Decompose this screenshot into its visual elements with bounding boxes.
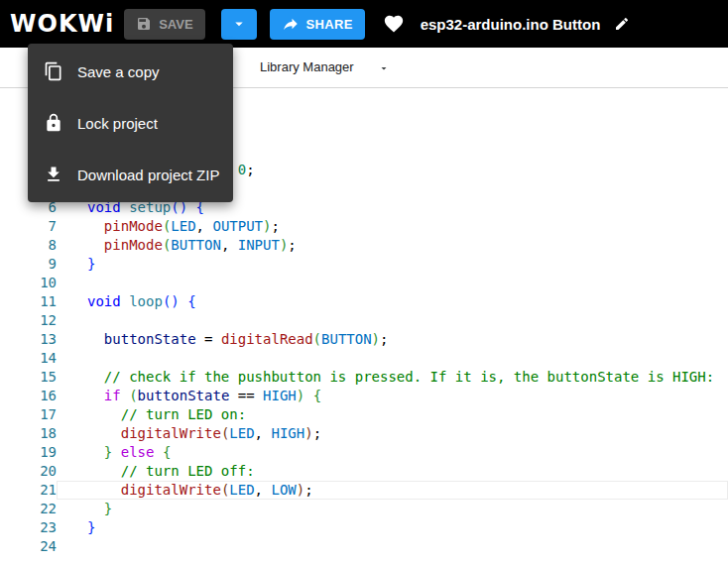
code-line-9[interactable]: 9}: [0, 255, 728, 274]
code-line-11[interactable]: 11void loop() {: [0, 292, 728, 311]
code-text: }: [57, 500, 728, 518]
share-icon: [282, 15, 300, 33]
line-number: 11: [0, 292, 57, 311]
menu-item-label: Download project ZIP: [77, 167, 219, 183]
code-line-18[interactable]: 18 digitalWrite(LED, HIGH);: [0, 424, 728, 443]
wokwi-app: WOKWi SAVE SHARE esp32-arduino.ino Butto…: [0, 0, 728, 564]
code-line-22[interactable]: 22 }: [0, 500, 728, 518]
code-line-10[interactable]: 10: [0, 274, 728, 292]
wokwi-logo[interactable]: WOKWi: [10, 10, 114, 38]
code-text: }: [57, 518, 728, 537]
code-line-20[interactable]: 20 // turn LED off:: [0, 462, 728, 481]
heart-icon[interactable]: [383, 13, 405, 35]
code-text: digitalWrite(LED, LOW);: [57, 481, 728, 500]
edit-title-pencil-icon[interactable]: [614, 16, 630, 32]
code-line-8[interactable]: 8 pinMode(BUTTON, INPUT);: [0, 236, 728, 255]
share-button[interactable]: SHARE: [270, 9, 365, 40]
line-number: 14: [0, 349, 57, 368]
code-line-12[interactable]: 12: [0, 311, 728, 330]
save-button-label: SAVE: [159, 17, 192, 32]
line-number: 7: [0, 217, 57, 236]
line-number: 15: [0, 368, 57, 387]
save-menu-caret-button[interactable]: [221, 9, 257, 40]
code-line-21[interactable]: 21 digitalWrite(LED, LOW);: [0, 481, 728, 500]
code-line-17[interactable]: 17 // turn LED on:: [0, 405, 728, 424]
tabs-dropdown-caret-icon[interactable]: [378, 62, 390, 74]
copy-icon: [44, 61, 63, 81]
code-line-24[interactable]: 24: [0, 537, 728, 556]
code-text: }: [57, 255, 728, 274]
code-text: pinMode(LED, OUTPUT);: [57, 217, 728, 236]
tab-library-manager[interactable]: Library Manager: [260, 48, 354, 87]
line-number: 24: [0, 537, 57, 556]
code-text: [57, 274, 728, 292]
save-icon: [136, 16, 152, 32]
code-line-7[interactable]: 7 pinMode(LED, OUTPUT);: [0, 217, 728, 236]
code-text: [57, 311, 728, 330]
menu-item-lock-project[interactable]: Lock project: [28, 97, 233, 149]
code-text: // turn LED off:: [57, 462, 728, 481]
code-line-19[interactable]: 19 } else {: [0, 443, 728, 462]
code-line-14[interactable]: 14: [0, 349, 728, 368]
line-number: 9: [0, 255, 57, 274]
code-text: // check if the pushbutton is pressed. I…: [57, 368, 728, 387]
code-text: buttonState = digitalRead(BUTTON);: [57, 330, 728, 349]
code-line-15[interactable]: 15 // check if the pushbutton is pressed…: [0, 368, 728, 387]
line-number: 18: [0, 424, 57, 443]
menu-item-label: Lock project: [77, 115, 158, 132]
save-dropdown-menu: Save a copyLock projectDownload project …: [28, 44, 233, 202]
code-text: digitalWrite(LED, HIGH);: [57, 424, 728, 443]
lock-icon: [44, 113, 63, 133]
line-number: 23: [0, 518, 57, 537]
line-number: 10: [0, 274, 57, 292]
code-line-16[interactable]: 16 if (buttonState == HIGH) {: [0, 387, 728, 405]
project-title: esp32-arduino.ino Button: [421, 16, 601, 33]
code-text: pinMode(BUTTON, INPUT);: [57, 236, 728, 255]
line-number: 19: [0, 443, 57, 462]
line-number: 20: [0, 462, 57, 481]
menu-item-label: Save a copy: [77, 63, 160, 80]
code-line-13[interactable]: 13 buttonState = digitalRead(BUTTON);: [0, 330, 728, 349]
topbar: WOKWi SAVE SHARE esp32-arduino.ino Butto…: [0, 0, 728, 48]
line-number: 21: [0, 481, 57, 500]
line-number: 8: [0, 236, 57, 255]
code-text: // turn LED on:: [57, 405, 728, 424]
line-number: 17: [0, 405, 57, 424]
code-text: [57, 537, 728, 556]
download-icon: [44, 165, 63, 184]
code-text: } else {: [57, 443, 728, 462]
save-button[interactable]: SAVE: [124, 9, 204, 40]
code-text: void loop() {: [57, 292, 728, 311]
code-text: if (buttonState == HIGH) {: [57, 387, 728, 405]
share-button-label: SHARE: [306, 17, 353, 32]
line-number: 13: [0, 330, 57, 349]
line-number: 16: [0, 387, 57, 405]
line-number: 12: [0, 311, 57, 330]
chevron-down-icon: [230, 15, 248, 33]
code-text: [57, 349, 728, 368]
menu-item-download-project-zip[interactable]: Download project ZIP: [28, 149, 233, 200]
code-line-23[interactable]: 23}: [0, 518, 728, 537]
menu-item-save-a-copy[interactable]: Save a copy: [28, 46, 233, 97]
line-number: 22: [0, 500, 57, 518]
